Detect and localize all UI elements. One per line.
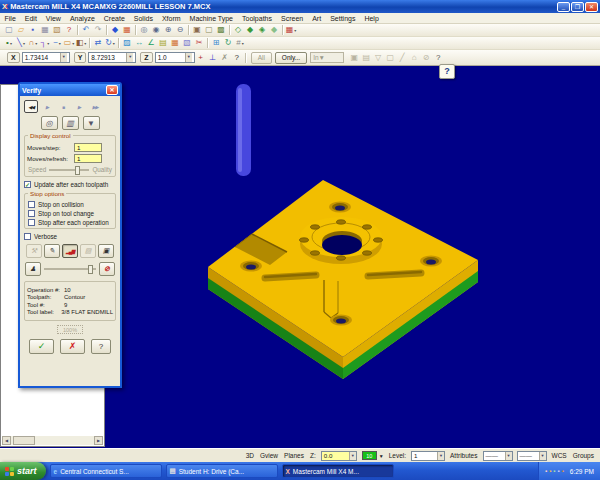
- save-icon[interactable]: ▪: [27, 24, 39, 36]
- status-level-field[interactable]: 1▼: [411, 451, 445, 461]
- ok-button[interactable]: ✓: [29, 339, 54, 354]
- select-only-button[interactable]: Only...: [275, 52, 307, 64]
- step-button[interactable]: ▶: [72, 100, 86, 113]
- slider-thumb[interactable]: [88, 265, 93, 274]
- create-spline-icon[interactable]: ~▾: [51, 37, 63, 49]
- scroll-right-icon[interactable]: ▶: [94, 436, 103, 445]
- checkbox-icon[interactable]: [28, 219, 35, 226]
- menu-view[interactable]: View: [41, 13, 65, 24]
- select-window-icon[interactable]: ▢: [384, 52, 396, 64]
- hatch-icon[interactable]: ▦: [169, 37, 181, 49]
- line-style-combo[interactable]: ——▼: [483, 451, 513, 461]
- speed-slider[interactable]: [49, 169, 89, 171]
- select-vector-icon[interactable]: ╱: [396, 52, 408, 64]
- clear-selection-icon[interactable]: ⊘: [420, 52, 432, 64]
- menu-create[interactable]: Create: [99, 13, 129, 24]
- help-icon[interactable]: ?: [432, 52, 444, 64]
- quick-help-icon[interactable]: ?: [231, 52, 243, 64]
- select-polygon-icon[interactable]: ▽: [372, 52, 384, 64]
- menu-file[interactable]: File: [0, 13, 20, 24]
- xform-rotate-icon[interactable]: ↻▾: [104, 37, 116, 49]
- shaded-edges-icon[interactable]: ◈: [256, 24, 268, 36]
- checkbox-icon[interactable]: [28, 210, 35, 217]
- shaded-icon[interactable]: ◆: [244, 24, 256, 36]
- menu-toolpaths[interactable]: Toolpaths: [238, 13, 277, 24]
- task-mastercam[interactable]: X Mastercam Mill X4 M...: [282, 464, 394, 478]
- zoom-in-icon[interactable]: ⊕: [162, 24, 174, 36]
- fit-screen-icon[interactable]: ⊞: [210, 37, 222, 49]
- create-arc-icon[interactable]: ∩▾: [27, 37, 39, 49]
- menu-settings[interactable]: Settings: [326, 13, 360, 24]
- status-3d-button[interactable]: 3D: [243, 452, 257, 459]
- copy-screen-icon[interactable]: ▧: [51, 24, 63, 36]
- select-all-button[interactable]: All: [251, 52, 272, 64]
- menu-help[interactable]: Help: [360, 13, 383, 24]
- menu-screen[interactable]: Screen: [276, 13, 307, 24]
- note-icon[interactable]: ▤: [157, 37, 169, 49]
- y-coordinate-field[interactable]: 8.72913▼: [88, 52, 136, 63]
- chevron-down-icon[interactable]: ▼: [60, 53, 67, 62]
- taskbar-clock[interactable]: 6:29 PM: [570, 468, 594, 475]
- monitor-save-button[interactable]: ▣: [98, 244, 114, 258]
- status-gview-button[interactable]: Gview: [257, 452, 281, 459]
- menu-machine-type[interactable]: Machine Type: [185, 13, 237, 24]
- x-coordinate-field[interactable]: 1.73414▼: [22, 52, 70, 63]
- zoom-target-icon[interactable]: ◉: [150, 24, 162, 36]
- stop-after-each-operation-checkbox[interactable]: Stop after each operation: [28, 219, 112, 226]
- tray-icon-5[interactable]: ▪: [562, 468, 564, 475]
- line-width-combo[interactable]: ——▼: [517, 451, 547, 461]
- verify-dialog-titlebar[interactable]: Verify ✕: [20, 84, 120, 96]
- stop-button[interactable]: ■: [56, 100, 70, 113]
- verbose-checkbox[interactable]: Verbose: [24, 233, 116, 240]
- rewind-button[interactable]: ◀◀: [24, 100, 38, 113]
- help-button[interactable]: ?: [91, 339, 111, 354]
- minimize-button[interactable]: _: [557, 2, 570, 12]
- dynamic-gview-icon[interactable]: ◆: [109, 24, 121, 36]
- zoom-out-icon[interactable]: ⊖: [174, 24, 186, 36]
- fast-forward-button[interactable]: ▶▶: [88, 100, 102, 113]
- create-rectangle-icon[interactable]: ▭▾: [63, 37, 75, 49]
- unhide-icon[interactable]: ▩: [215, 24, 227, 36]
- moves-step-field[interactable]: 1: [74, 143, 102, 152]
- whats-this-icon[interactable]: ?: [63, 24, 75, 36]
- zoom-window-icon[interactable]: ◎: [138, 24, 150, 36]
- dimension-smart-icon[interactable]: ▨: [121, 37, 133, 49]
- close-icon[interactable]: ✕: [106, 85, 118, 95]
- in-selection-combo[interactable]: In▼: [310, 52, 344, 63]
- machine-person-button[interactable]: ♟: [25, 262, 41, 276]
- translucent-icon[interactable]: ◆: [268, 24, 280, 36]
- chevron-down-icon[interactable]: ▼: [185, 53, 192, 62]
- repaint-icon[interactable]: ↻: [222, 37, 234, 49]
- update-after-toolpath-checkbox[interactable]: ✓ Update after each toolpath: [24, 181, 116, 188]
- color-swatch[interactable]: 10: [362, 451, 377, 460]
- task-browser[interactable]: e Central Connecticut S...: [50, 464, 162, 478]
- create-line-icon[interactable]: ╲▾: [15, 37, 27, 49]
- axis-lock-icon[interactable]: ⊥: [207, 52, 219, 64]
- status-attributes-button[interactable]: Attributes: [447, 452, 480, 459]
- create-point-icon[interactable]: •▾: [3, 37, 15, 49]
- menu-art[interactable]: Art: [308, 13, 326, 24]
- select-all-advanced-icon[interactable]: ▤: [360, 52, 372, 64]
- stop-on-tool-change-checkbox[interactable]: Stop on tool change: [28, 210, 112, 217]
- remove-tool-button[interactable]: ⊘: [99, 262, 115, 276]
- tray-icon-2[interactable]: ▪: [549, 468, 551, 475]
- hammer-button[interactable]: ⚒: [26, 244, 42, 258]
- origin-icon[interactable]: +: [195, 52, 207, 64]
- moves-refresh-field[interactable]: 1: [74, 154, 102, 163]
- open-folder-icon[interactable]: ▱: [15, 24, 27, 36]
- chart-button[interactable]: ▂▄▆: [62, 244, 78, 258]
- chevron-down-icon[interactable]: ▼: [379, 453, 384, 459]
- select-last-icon[interactable]: ▣: [348, 52, 360, 64]
- checkbox-icon[interactable]: [24, 233, 31, 240]
- start-button[interactable]: start: [0, 462, 46, 480]
- horizontal-scrollbar[interactable]: ◀ ▶: [2, 436, 103, 445]
- status-wcs-button[interactable]: WCS: [549, 452, 570, 459]
- prompt-help-icon[interactable]: ?: [439, 64, 455, 79]
- tray-icon-1[interactable]: ▪: [545, 468, 547, 475]
- tray-icon-4[interactable]: ▪: [558, 468, 560, 475]
- create-solid-icon[interactable]: ◧▾: [75, 37, 87, 49]
- tray-icon-3[interactable]: ▪: [553, 468, 555, 475]
- status-planes-button[interactable]: Planes: [281, 452, 307, 459]
- print-icon[interactable]: ▦: [39, 24, 51, 36]
- hide-entity-icon[interactable]: ▣: [191, 24, 203, 36]
